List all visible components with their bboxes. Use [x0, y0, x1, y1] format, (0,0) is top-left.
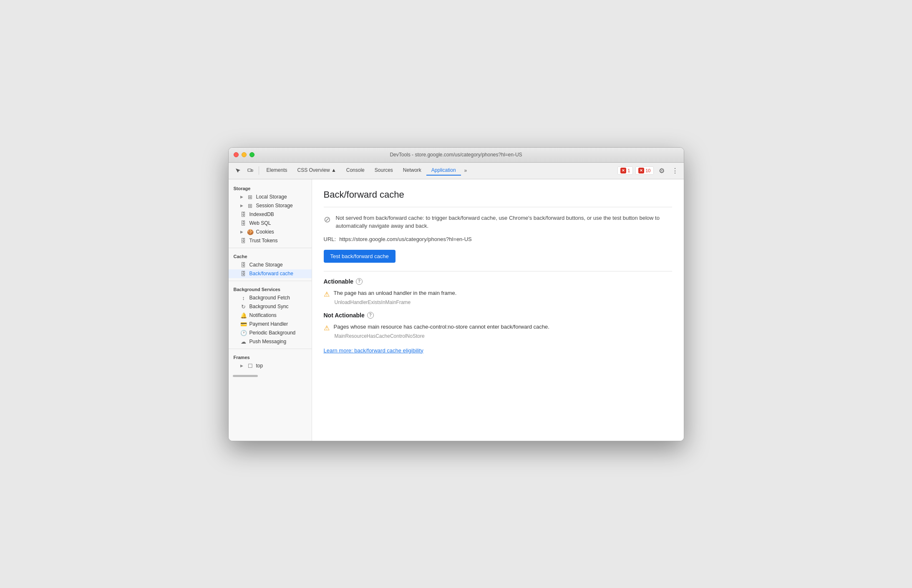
sidebar-item-label: Payment Handler: [249, 321, 288, 327]
minimize-button[interactable]: [242, 152, 247, 157]
arrow-icon: ▶: [240, 230, 244, 234]
device-toggle-button[interactable]: [244, 165, 256, 176]
cookies-icon: 🍪: [247, 229, 254, 235]
more-options-button[interactable]: ⋮: [670, 165, 680, 176]
sidebar-item-back-forward-cache[interactable]: 🗄 Back/forward cache: [229, 269, 312, 278]
toolbar-tabs: Elements CSS Overview ▲ Console Sources …: [262, 166, 617, 176]
svg-rect-1: [251, 170, 253, 171]
url-row: URL: https://store.google.com/us/categor…: [324, 236, 672, 242]
push-messaging-icon: ☁: [240, 339, 247, 345]
top-frame-icon: ☐: [247, 363, 254, 369]
url-value: https://store.google.com/us/category/pho…: [339, 236, 472, 242]
not-actionable-code-container: MainResourceHasCacheControlNoStore: [324, 333, 672, 339]
sidebar-scrollbar[interactable]: [229, 374, 312, 377]
close-button[interactable]: [234, 152, 239, 157]
sidebar-item-label: top: [256, 363, 263, 369]
not-actionable-warning-code: MainResourceHasCacheControlNoStore: [335, 333, 425, 339]
sidebar-item-background-sync[interactable]: ↻ Background Sync: [229, 302, 312, 311]
sidebar-item-cookies[interactable]: ▶ 🍪 Cookies: [229, 228, 312, 236]
background-fetch-icon: ↕: [240, 295, 247, 301]
sidebar-item-label: Session Storage: [256, 203, 293, 209]
sidebar-item-payment-handler[interactable]: 💳 Payment Handler: [229, 320, 312, 329]
error-count: 1: [627, 168, 630, 173]
sidebar-divider-1: [229, 248, 312, 248]
more-tabs-button[interactable]: »: [461, 166, 471, 175]
tab-sources[interactable]: Sources: [370, 166, 398, 176]
local-storage-icon: ⊞: [247, 194, 254, 200]
svg-rect-0: [248, 169, 251, 171]
learn-more-link[interactable]: Learn more: back/forward cache eligibili…: [324, 347, 423, 354]
cache-section-label: Cache: [229, 251, 312, 261]
tab-console[interactable]: Console: [341, 166, 370, 176]
sidebar-item-label: Trust Tokens: [249, 238, 278, 244]
actionable-warning-row: ⚠ The page has an unload handler in the …: [324, 290, 672, 298]
frames-section-label: Frames: [229, 352, 312, 362]
actionable-code-container: UnloadHandlerExistsInMainFrame: [324, 299, 672, 305]
not-actionable-help-icon[interactable]: ?: [367, 312, 374, 319]
cache-storage-icon: 🗄: [240, 262, 247, 268]
notifications-icon: 🔔: [240, 312, 247, 319]
sidebar-item-trust-tokens[interactable]: 🗄 Trust Tokens: [229, 236, 312, 245]
sidebar-item-notifications[interactable]: 🔔 Notifications: [229, 311, 312, 320]
warning-badge[interactable]: ✕ 10: [635, 166, 653, 175]
sidebar-item-label: Back/forward cache: [249, 271, 293, 276]
main-layout: Storage ▶ ⊞ Local Storage ▶ ⊞ Session St…: [229, 179, 684, 441]
content-divider-1: [324, 207, 672, 207]
sidebar-item-push-messaging[interactable]: ☁ Push Messaging: [229, 337, 312, 346]
sidebar-item-label: IndexedDB: [249, 211, 274, 217]
arrow-icon: ▶: [240, 364, 244, 368]
sidebar-item-indexeddb[interactable]: 🗄 IndexedDB: [229, 210, 312, 219]
sidebar-item-label: Background Fetch: [249, 295, 290, 301]
tab-css-overview[interactable]: CSS Overview ▲: [292, 166, 341, 176]
sidebar-item-label: Local Storage: [256, 194, 287, 200]
back-forward-cache-icon: 🗄: [240, 271, 247, 277]
title-bar: DevTools - store.google.com/us/category/…: [229, 148, 684, 163]
background-sync-icon: ↻: [240, 304, 247, 310]
sidebar-item-websql[interactable]: 🗄 Web SQL: [229, 219, 312, 228]
warning-circle-icon: ⚠: [324, 290, 330, 298]
arrow-icon: ▶: [240, 195, 244, 199]
actionable-warning-item: ⚠ The page has an unload handler in the …: [324, 290, 672, 305]
actionable-warning-code: UnloadHandlerExistsInMainFrame: [335, 299, 411, 305]
toolbar-right: ✕ 1 ✕ 10 ⚙ ⋮: [617, 165, 680, 176]
arrow-icon: ▶: [240, 204, 244, 208]
sidebar-item-cache-storage[interactable]: 🗄 Cache Storage: [229, 261, 312, 269]
indexeddb-icon: 🗄: [240, 211, 247, 218]
actionable-heading: Actionable ?: [324, 278, 672, 285]
sidebar-item-session-storage[interactable]: ▶ ⊞ Session Storage: [229, 201, 312, 210]
settings-button[interactable]: ⚙: [656, 165, 667, 176]
traffic-lights: [234, 152, 254, 157]
test-cache-button[interactable]: Test back/forward cache: [324, 250, 396, 263]
actionable-help-icon[interactable]: ?: [356, 278, 363, 285]
error-badge[interactable]: ✕ 1: [617, 166, 633, 175]
sidebar-item-local-storage[interactable]: ▶ ⊞ Local Storage: [229, 193, 312, 201]
sidebar-item-label: Background Sync: [249, 304, 289, 309]
cursor-tool-button[interactable]: [232, 165, 244, 176]
sidebar-item-label: Cache Storage: [249, 262, 283, 268]
sidebar-item-periodic-background[interactable]: 🕐 Periodic Background: [229, 329, 312, 337]
url-label: URL:: [324, 236, 336, 242]
sidebar-item-label: Periodic Background: [249, 330, 296, 336]
tab-network[interactable]: Network: [398, 166, 426, 176]
websql-icon: 🗄: [240, 220, 247, 226]
tab-elements[interactable]: Elements: [262, 166, 292, 176]
scrollbar-thumb: [233, 375, 258, 377]
devtools-window: DevTools - store.google.com/us/category/…: [228, 147, 684, 441]
toolbar: Elements CSS Overview ▲ Console Sources …: [229, 163, 684, 179]
tab-application[interactable]: Application: [426, 166, 461, 176]
not-actionable-warning-item: ⚠ Pages whose main resource has cache-co…: [324, 324, 672, 339]
sidebar-item-background-fetch[interactable]: ↕ Background Fetch: [229, 294, 312, 302]
sidebar-divider-3: [229, 349, 312, 349]
warning-circle-icon-2: ⚠: [324, 324, 330, 332]
sidebar-item-label: Push Messaging: [249, 339, 287, 344]
sidebar-item-label: Cookies: [256, 229, 274, 235]
background-services-section-label: Background Services: [229, 284, 312, 294]
actionable-warning-text: The page has an unload handler in the ma…: [334, 290, 457, 296]
content-area: Back/forward cache ⊘ Not served from bac…: [312, 179, 684, 441]
maximize-button[interactable]: [249, 152, 254, 157]
info-box: ⊘ Not served from back/forward cache: to…: [324, 214, 672, 230]
warning-icon: ✕: [638, 168, 644, 173]
payment-handler-icon: 💳: [240, 321, 247, 327]
not-actionable-heading: Not Actionable ?: [324, 312, 672, 319]
sidebar-item-top[interactable]: ▶ ☐ top: [229, 362, 312, 370]
